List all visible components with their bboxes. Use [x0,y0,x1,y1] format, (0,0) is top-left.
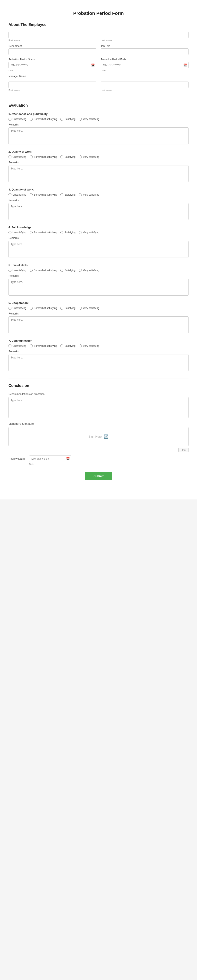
remarks-textarea-7[interactable] [8,354,189,371]
review-date-wrapper: 📅 [29,455,71,462]
eval-item-1-radio-group: Unsatisfying Somewhat satisfying Satisfy… [8,118,189,121]
eval-item-6-radio-group: Unsatisfying Somewhat satisfying Satisfy… [8,307,189,310]
radio-unsatisfying-1[interactable]: Unsatisfying [8,118,26,121]
conclusion-section-title: Conclusion [8,383,189,389]
probation-end-input[interactable] [101,62,189,68]
recommendations-label: Recommendations on probation: [8,393,189,396]
radio-unsatisfying-4[interactable]: Unsatisfying [8,231,26,234]
remarks-label-3: Remarks: [8,199,189,202]
eval-item-1: 1. Attendance and punctuality: Unsatisfy… [8,112,189,145]
radio-very-satisfying-2[interactable]: Very satisfying [79,156,99,158]
remarks-label-5: Remarks: [8,274,189,277]
probation-end-col: Probation Period Ends: 📅 Date [101,58,189,72]
remarks-textarea-4[interactable] [8,241,189,258]
department-label-above: Department [8,45,96,48]
radio-unsatisfying-6[interactable]: Unsatisfying [8,307,26,310]
name-row: First Name Last Name [8,32,189,41]
remarks-label-1: Remarks: [8,123,189,126]
review-date-row: Review Date: 📅 Date [8,455,189,466]
radio-satisfying-1[interactable]: Satisfying [60,118,76,121]
manager-last-name-input[interactable] [101,81,189,88]
radio-very-satisfying-3[interactable]: Very satisfying [79,193,99,196]
probation-start-sublabel: Date [8,69,96,72]
radio-satisfying-7[interactable]: Satisfying [60,344,76,347]
eval-item-6-title: 6. Cooperation: [8,301,189,304]
radio-very-satisfying-5[interactable]: Very satisfying [79,269,99,272]
first-name-label: First Name [8,39,96,41]
first-name-input[interactable] [8,32,96,38]
probation-start-input[interactable] [8,62,96,68]
probation-start-col: Probation Period Starts: 📅 Date [8,58,96,72]
eval-item-5: 5. Use of skills: Unsatisfying Somewhat … [8,264,189,296]
radio-satisfying-6[interactable]: Satisfying [60,307,76,310]
remarks-textarea-2[interactable] [8,165,189,182]
manager-inputs-row: First Name Last Name [8,81,189,92]
eval-item-2-title: 2. Quality of work: [8,150,189,153]
employee-section: About The Employee First Name Last Name … [8,22,189,92]
radio-satisfying-5[interactable]: Satisfying [60,269,76,272]
eval-item-2-radio-group: Unsatisfying Somewhat satisfying Satisfy… [8,156,189,158]
eval-item-3-title: 3. Quantity of work: [8,188,189,191]
radio-unsatisfying-7[interactable]: Unsatisfying [8,344,26,347]
radio-unsatisfying-3[interactable]: Unsatisfying [8,193,26,196]
eval-item-4: 4. Job knowledge: Unsatisfying Somewhat … [8,226,189,258]
radio-very-satisfying-1[interactable]: Very satisfying [79,118,99,121]
radio-somewhat-6[interactable]: Somewhat satisfying [30,307,57,310]
radio-satisfying-4[interactable]: Satisfying [60,231,76,234]
employee-section-title: About The Employee [8,22,189,28]
dept-job-row: Department Job Title [8,45,189,55]
radio-somewhat-5[interactable]: Somewhat satisfying [30,269,57,272]
manager-name-row: Manager Name [8,75,189,79]
eval-item-5-radio-group: Unsatisfying Somewhat satisfying Satisfy… [8,269,189,272]
department-input[interactable] [8,48,96,55]
manager-first-label: First Name [8,89,96,92]
radio-very-satisfying-7[interactable]: Very satisfying [79,344,99,347]
radio-satisfying-3[interactable]: Satisfying [60,193,76,196]
submit-button[interactable]: Submit [85,472,112,480]
radio-somewhat-2[interactable]: Somewhat satisfying [30,156,57,158]
recommendations-textarea[interactable] [8,397,189,418]
eval-item-4-title: 4. Job knowledge: [8,226,189,229]
manager-label-col: Manager Name [8,75,96,79]
job-title-input[interactable] [101,48,189,55]
probation-dates-row: Probation Period Starts: 📅 Date Probatio… [8,58,189,72]
page-title: Probation Period Form [8,6,189,16]
evaluation-section: Evaluation 1. Attendance and punctuality… [8,103,189,372]
eval-item-7: 7. Communication: Unsatisfying Somewhat … [8,339,189,372]
manager-signature-label: Manager's Signature: [8,422,189,425]
eval-item-2: 2. Quality of work: Unsatisfying Somewha… [8,150,189,183]
radio-unsatisfying-2[interactable]: Unsatisfying [8,156,26,158]
last-name-input[interactable] [101,32,189,38]
remarks-label-2: Remarks: [8,161,189,164]
radio-very-satisfying-4[interactable]: Very satisfying [79,231,99,234]
eval-item-5-title: 5. Use of skills: [8,264,189,267]
clear-signature-button[interactable]: Clear [178,448,189,452]
remarks-textarea-6[interactable] [8,317,189,333]
radio-somewhat-7[interactable]: Somewhat satisfying [30,344,57,347]
remarks-label-4: Remarks: [8,237,189,240]
job-title-col: Job Title [101,45,189,55]
review-date-input[interactable] [29,455,71,462]
radio-somewhat-3[interactable]: Somewhat satisfying [30,193,57,196]
page-wrapper: Probation Period Form About The Employee… [0,0,197,500]
radio-somewhat-4[interactable]: Somewhat satisfying [30,231,57,234]
radio-somewhat-1[interactable]: Somewhat satisfying [30,118,57,121]
signature-area[interactable]: Sign Here 🔄 [8,427,189,446]
manager-first-col: First Name [8,81,96,92]
conclusion-section: Conclusion Recommendations on probation:… [8,383,189,480]
radio-very-satisfying-6[interactable]: Very satisfying [79,307,99,310]
eval-item-3-radio-group: Unsatisfying Somewhat satisfying Satisfy… [8,193,189,196]
section-divider-1 [8,98,189,98]
eval-item-7-radio-group: Unsatisfying Somewhat satisfying Satisfy… [8,344,189,347]
manager-first-name-input[interactable] [8,81,96,88]
radio-satisfying-2[interactable]: Satisfying [60,156,76,158]
remarks-textarea-3[interactable] [8,203,189,220]
remarks-textarea-1[interactable] [8,127,189,145]
eval-item-7-title: 7. Communication: [8,339,189,342]
probation-end-sublabel: Date [101,69,189,72]
probation-end-wrapper: 📅 [101,62,189,68]
remarks-textarea-5[interactable] [8,278,189,296]
radio-unsatisfying-5[interactable]: Unsatisfying [8,269,26,272]
manager-last-label: Last Name [101,89,189,92]
manager-name-label: Manager Name [8,75,96,78]
